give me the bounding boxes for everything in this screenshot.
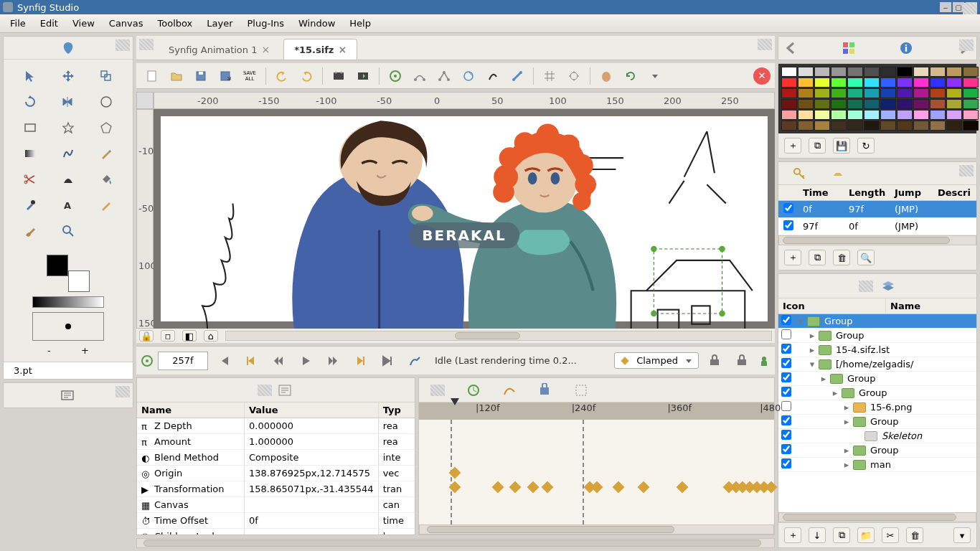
fill-tool[interactable] <box>89 169 123 190</box>
refresh-button[interactable] <box>619 65 642 87</box>
palette-swatch[interactable] <box>814 77 830 88</box>
palette-swatch[interactable] <box>781 88 797 98</box>
animate-mode-button[interactable] <box>403 350 426 372</box>
palette-swatch[interactable] <box>897 110 913 120</box>
palette-swatch[interactable] <box>963 99 979 109</box>
layer-duplicate-button[interactable]: ⧉ <box>833 527 850 543</box>
palette-swatch[interactable] <box>864 67 880 77</box>
param-row[interactable]: πZ Depth 0.000000 rea <box>137 418 415 434</box>
palette-swatch[interactable] <box>897 99 913 109</box>
canvas-hscroll[interactable] <box>225 331 772 341</box>
ruler-horizontal[interactable]: -200 -150 -100 -50 0 50 100 150 200 250 <box>154 92 775 109</box>
view-b-button[interactable]: ◧ <box>182 330 197 342</box>
panel-grip-icon[interactable] <box>859 281 873 292</box>
palette-swatch[interactable] <box>847 67 863 77</box>
palette-swatch[interactable] <box>897 88 913 98</box>
palette-swatch[interactable] <box>864 99 880 109</box>
palette-swatch[interactable] <box>798 121 814 131</box>
seek-end-button[interactable] <box>376 350 399 372</box>
preview-quality-button[interactable] <box>384 65 407 87</box>
layer-expander[interactable]: ▸ <box>840 459 853 470</box>
panel-grip-icon[interactable] <box>116 39 130 51</box>
menu-view[interactable]: View <box>65 15 102 32</box>
timeline-ruler[interactable]: |120f |240f |360f |480 <box>419 402 774 420</box>
param-value[interactable]: Composite <box>245 450 379 465</box>
current-frame-input[interactable] <box>158 352 208 370</box>
view-a-button[interactable]: ▫ <box>161 330 175 342</box>
palette-swatch[interactable] <box>963 88 979 98</box>
toggle-handles-button[interactable] <box>481 65 504 87</box>
keyframe-extra-icon[interactable] <box>831 167 844 180</box>
tab-doc-1[interactable]: Synfig Animation 1 × <box>158 39 281 60</box>
open-file-button[interactable] <box>165 65 188 87</box>
play-button[interactable] <box>294 350 317 372</box>
layer-row[interactable]: ▸ Group <box>778 329 976 343</box>
palette-swatch[interactable] <box>831 121 847 131</box>
timeline-keyframe[interactable] <box>491 481 504 494</box>
param-row[interactable]: ▶Transformation 158.865071px,-31.435544 … <box>137 481 415 497</box>
canvas-viewport[interactable]: BERAKAL <box>154 109 775 329</box>
keyframe-lock-future-button[interactable] <box>730 350 753 372</box>
layer-menu-button[interactable]: ▾ <box>953 527 971 543</box>
cutout-tool[interactable] <box>14 169 47 190</box>
palette-swatch[interactable] <box>946 99 962 109</box>
param-row[interactable]: ⧃Children Lock boo <box>137 529 415 534</box>
save-button[interactable] <box>189 65 212 87</box>
gradient-swatch[interactable] <box>32 296 104 308</box>
layer-visible-checkbox[interactable] <box>781 344 791 354</box>
panel-grip-icon[interactable] <box>959 39 974 51</box>
palette-swatch[interactable] <box>880 77 896 88</box>
seek-next-kf-button[interactable] <box>349 350 372 372</box>
palette-swatch[interactable] <box>798 110 814 120</box>
menu-edit[interactable]: Edit <box>33 15 65 32</box>
param-row[interactable]: ⏱Time Offset 0f time <box>137 513 415 529</box>
palette-swatch[interactable] <box>781 67 797 77</box>
palette-swatch[interactable] <box>781 99 797 109</box>
layer-expander[interactable]: ▸ <box>840 402 853 413</box>
timeline-keyframe[interactable] <box>637 481 649 494</box>
minimize-button[interactable]: ‒ <box>940 2 951 12</box>
palette-icon[interactable] <box>842 41 856 55</box>
palette-swatch[interactable] <box>847 77 863 88</box>
kf-add-button[interactable]: ＋ <box>784 250 801 265</box>
palette-swatch[interactable] <box>946 67 962 77</box>
seek-start-button[interactable] <box>212 350 235 372</box>
timeline-keyframe[interactable] <box>509 481 522 494</box>
kf-duplicate-button[interactable]: ⧉ <box>809 250 826 265</box>
palette-swatch[interactable] <box>930 121 946 131</box>
layer-visible-checkbox[interactable] <box>781 430 791 440</box>
keyframe-jump[interactable]: (JMP) <box>890 202 933 217</box>
layer-add-button[interactable]: ＋ <box>784 527 801 543</box>
layer-row[interactable]: ▸ Group <box>778 415 976 429</box>
palette-swatch[interactable] <box>814 88 830 98</box>
param-row[interactable]: ◐Blend Method Composite inte <box>137 450 415 466</box>
palette-swatch[interactable] <box>946 110 962 120</box>
palette-swatch[interactable] <box>847 121 863 131</box>
palette-swatch[interactable] <box>880 99 896 109</box>
interpolation-dropdown[interactable]: Clamped <box>614 352 699 369</box>
layer-visible-checkbox[interactable] <box>781 329 791 339</box>
snap-button[interactable] <box>562 65 585 87</box>
palette-swatch[interactable] <box>913 77 929 88</box>
show-guides-button[interactable] <box>457 65 480 87</box>
layer-lower-button[interactable]: ↓ <box>809 527 826 543</box>
curves-icon[interactable] <box>502 383 517 397</box>
layer-row[interactable]: Skeleton <box>778 429 976 443</box>
onion-skin-button[interactable] <box>595 65 618 87</box>
width-tool[interactable] <box>52 169 85 190</box>
canvas-artboard[interactable]: BERAKAL <box>161 116 768 321</box>
keyframe-active-checkbox[interactable] <box>783 203 793 213</box>
preview-button[interactable] <box>327 65 350 87</box>
layer-expander[interactable]: ▸ <box>840 416 853 427</box>
param-row[interactable]: ◎Origin 138.876925px,12.714575 vec <box>137 466 415 481</box>
palette-swatch[interactable] <box>798 67 814 77</box>
tab-close-icon[interactable]: × <box>261 44 270 55</box>
menu-canvas[interactable]: Canvas <box>102 15 151 32</box>
draw-tool[interactable] <box>89 143 123 164</box>
spline-tool[interactable] <box>52 143 85 164</box>
param-value[interactable]: 1.000000 <box>245 434 379 449</box>
palette-swatch[interactable] <box>864 77 880 88</box>
menu-window[interactable]: Window <box>291 15 342 32</box>
palette-swatch[interactable] <box>880 121 896 131</box>
history-icon[interactable] <box>574 383 588 397</box>
